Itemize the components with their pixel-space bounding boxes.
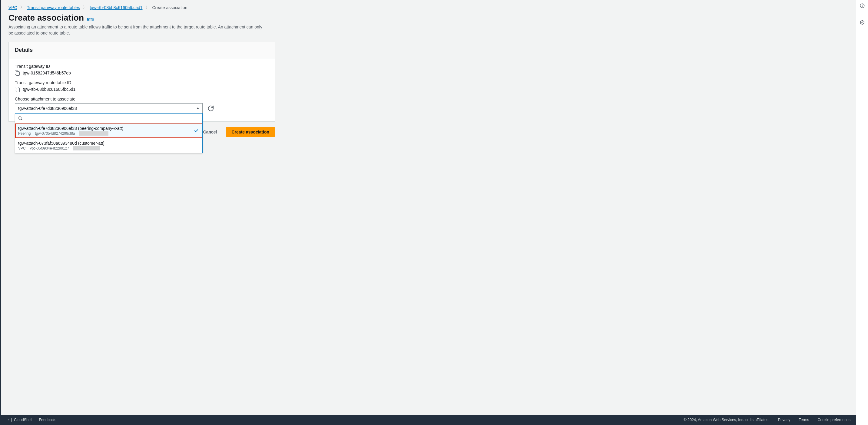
dropdown-option[interactable]: tgw-attach-0fe7d38236906ef33 (peering-co… [15, 124, 202, 138]
tgw-id-label: Transit gateway ID [15, 64, 269, 69]
attachment-dropdown: tgw-attach-0fe7d38236906ef33 (peering-co… [15, 113, 203, 153]
page-title: Create association [8, 13, 84, 23]
footer-copyright: © 2024, Amazon Web Services, Inc. or its… [684, 418, 769, 422]
chevron-right-icon: 〉 [83, 5, 87, 10]
terms-link[interactable]: Terms [799, 418, 809, 422]
refresh-button[interactable] [208, 105, 214, 112]
footer: CloudShell Feedback © 2024, Amazon Web S… [1, 415, 856, 425]
breadcrumb: VPC 〉 Transit gateway route tables 〉 tgw… [8, 5, 844, 10]
privacy-link[interactable]: Privacy [778, 418, 790, 422]
dropdown-option-type: VPC [18, 146, 26, 151]
choose-attachment-label: Choose attachment to associate [15, 97, 269, 101]
attachment-select[interactable]: tgw-attach-0fe7d38236906ef33 [15, 103, 203, 113]
svg-marker-3 [861, 20, 864, 25]
dropdown-option-resource: tgw-07054d8274298cf8a [35, 131, 75, 136]
panel-title: Details [9, 42, 275, 58]
chevron-right-icon: 〉 [146, 5, 149, 10]
cloudshell-button[interactable]: CloudShell [7, 418, 32, 422]
dropdown-option-title: tgw-attach-0fe7d38236906ef33 (peering-co… [18, 126, 190, 131]
attachment-search-input[interactable] [25, 115, 199, 121]
svg-point-4 [862, 22, 863, 23]
right-rail [856, 0, 868, 425]
rtb-id-label: Transit gateway route table ID [15, 80, 269, 85]
svg-point-2 [862, 4, 863, 5]
search-icon [18, 116, 23, 121]
breadcrumb-vpc[interactable]: VPC [8, 5, 17, 10]
page-description: Associating an attachment to a route tab… [8, 24, 263, 36]
settings-hex-icon[interactable] [860, 20, 865, 25]
copy-icon[interactable] [15, 70, 20, 75]
info-icon[interactable] [860, 3, 865, 8]
info-link[interactable]: Info [87, 17, 94, 22]
redacted-block [79, 131, 108, 136]
breadcrumb-current: Create association [152, 5, 187, 10]
feedback-link[interactable]: Feedback [39, 418, 55, 422]
details-panel: Details Transit gateway ID tgw-01582947d… [8, 42, 275, 122]
create-association-button[interactable]: Create association [226, 127, 275, 137]
breadcrumb-tgrt[interactable]: Transit gateway route tables [27, 5, 80, 10]
chevron-right-icon: 〉 [20, 5, 24, 10]
redacted-block [73, 146, 100, 151]
dropdown-option-type: Peering [18, 131, 31, 136]
cookie-preferences-link[interactable]: Cookie preferences [818, 418, 850, 422]
dropdown-option-resource: vpc-05f0934e4f2299127 [30, 146, 69, 151]
rtb-id-value: tgw-rtb-08bb8c61605fbc5d1 [23, 87, 75, 92]
dropdown-option[interactable]: tgw-attach-073faf50a6393480d (customer-a… [15, 138, 202, 153]
copy-icon[interactable] [15, 87, 20, 92]
caret-up-icon [196, 107, 199, 109]
attachment-select-value: tgw-attach-0fe7d38236906ef33 [18, 106, 77, 111]
check-icon [194, 128, 199, 133]
breadcrumb-rtb[interactable]: tgw-rtb-08bb8c61605fbc5d1 [90, 5, 142, 10]
cloudshell-icon [7, 418, 11, 422]
dropdown-option-title: tgw-attach-073faf50a6393480d (customer-a… [18, 141, 190, 145]
tgw-id-value: tgw-01582947d546b57eb [23, 70, 71, 75]
